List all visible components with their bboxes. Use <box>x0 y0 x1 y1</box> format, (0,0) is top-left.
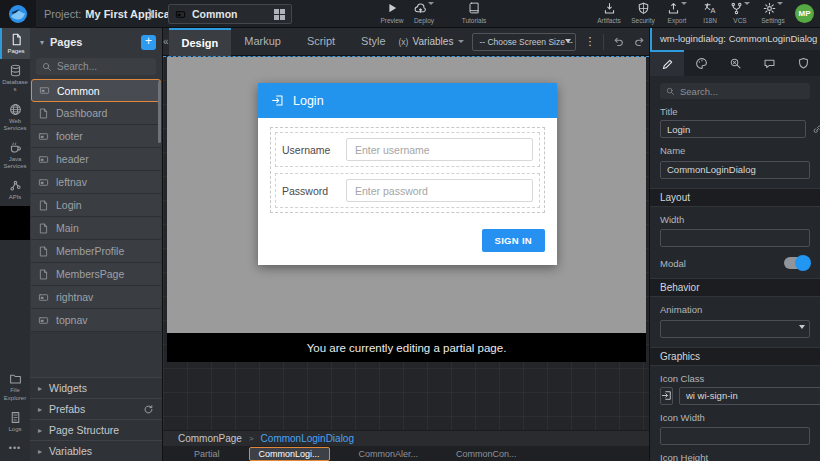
pages-panel-sections: ▸ Widgets ▸ Prefabs ▸ Page Structure ▸ V… <box>30 377 162 461</box>
page-list-item[interactable]: Main <box>31 217 161 240</box>
caret-down-icon <box>565 39 571 43</box>
app-logo[interactable] <box>0 0 36 28</box>
caret-down-icon[interactable]: ▾ <box>40 38 44 47</box>
rail-item-file-explorer[interactable]: File Explorer <box>0 367 30 405</box>
page-type-icon <box>38 154 49 165</box>
width-field-label: Width <box>660 214 810 225</box>
user-avatar[interactable]: MP <box>795 4 814 23</box>
tab-properties[interactable] <box>650 50 684 76</box>
page-list-item[interactable]: Login <box>31 194 161 217</box>
canvas-toolbar-right: (x) Variables -- Choose Screen Size -- ⋮… <box>399 33 687 51</box>
canvas-mode-tab[interactable]: Markup <box>231 28 294 56</box>
page-list-item[interactable]: Dashboard <box>31 102 161 125</box>
pages-search[interactable] <box>36 58 156 75</box>
partial-icon <box>175 9 186 20</box>
form-field-row[interactable]: Password <box>275 173 540 208</box>
behavior-section-header[interactable]: Behavior <box>650 278 820 297</box>
settings-button[interactable]: Settings <box>755 2 791 24</box>
icon-width-input[interactable] <box>660 427 810 445</box>
login-dialog[interactable]: Login Username Password <box>258 83 557 265</box>
title-field-input[interactable] <box>660 120 806 138</box>
page-list-item[interactable]: MembersPage <box>31 263 161 286</box>
rail-item-pages[interactable]: Pages <box>0 28 30 59</box>
database-icon <box>1 64 29 77</box>
page-list-item[interactable]: footer <box>31 125 161 148</box>
pages-search-input[interactable] <box>57 61 150 72</box>
section-widgets[interactable]: ▸ Widgets <box>30 377 162 398</box>
tab-styles[interactable] <box>684 50 718 76</box>
graphics-section-header[interactable]: Graphics <box>650 347 820 366</box>
sign-in-button[interactable]: SIGN IN <box>482 229 545 252</box>
page-selector-dropdown[interactable]: Common <box>168 4 292 24</box>
tab-security[interactable] <box>786 50 820 76</box>
tutorials-button[interactable]: Tutorials <box>456 2 492 24</box>
artifact-tab[interactable]: CommonLogi... <box>249 447 330 461</box>
security-button[interactable]: Security <box>627 2 659 24</box>
chevron-right-icon: > <box>249 434 254 443</box>
artifact-tab[interactable]: Partial <box>185 448 229 460</box>
artifact-tab[interactable]: CommonCon... <box>447 448 526 460</box>
variables-button[interactable]: (x) Variables <box>399 36 465 47</box>
form-field-row[interactable]: Username <box>275 132 540 167</box>
scrollbar-thumb[interactable] <box>158 81 161 143</box>
properties-search[interactable] <box>660 83 810 99</box>
animation-select-value[interactable] <box>660 320 810 338</box>
screen-size-dropdown[interactable]: -- Choose Screen Size -- <box>472 33 576 51</box>
page-list-item[interactable]: topnav <box>31 309 161 332</box>
partial-page-notice: You are currently editing a partial page… <box>167 333 646 362</box>
rail-item-logs[interactable]: Logs <box>0 406 30 437</box>
rail-item-databases[interactable]: Databases <box>0 59 30 97</box>
breadcrumb-current[interactable]: CommonLoginDialog <box>261 433 354 444</box>
grid-icon <box>274 9 285 20</box>
add-page-button[interactable]: + <box>141 35 156 50</box>
rail-item-java-services[interactable]: Java Services <box>0 136 30 174</box>
undo-button[interactable] <box>612 35 625 48</box>
icon-class-input[interactable] <box>679 387 820 405</box>
modal-field-label: Modal <box>660 258 686 269</box>
caret-down-icon <box>681 2 687 5</box>
page-list-item[interactable]: rightnav <box>31 286 161 309</box>
name-field-label: Name <box>660 145 810 156</box>
rail-item-apis[interactable]: APIs <box>0 174 30 205</box>
redo-button[interactable] <box>633 35 646 48</box>
name-field-input[interactable] <box>660 161 810 179</box>
animation-select[interactable] <box>660 318 810 338</box>
design-canvas[interactable]: Login Username Password <box>163 56 649 430</box>
refresh-icon[interactable] <box>143 404 154 415</box>
modal-toggle[interactable] <box>784 257 810 269</box>
width-field-input[interactable] <box>660 229 810 247</box>
preview-button[interactable]: Preview <box>374 2 410 24</box>
page-list-item[interactable]: header <box>31 148 161 171</box>
page-list-item[interactable]: leftnav <box>31 171 161 194</box>
i18n-button[interactable]: A I18N <box>695 2 725 24</box>
page-item-label: Login <box>56 199 82 211</box>
field-input[interactable] <box>346 138 533 161</box>
more-vertical-icon[interactable]: ⋮ <box>584 35 595 48</box>
layout-section-header[interactable]: Layout <box>650 188 820 207</box>
more-horizontal-icon[interactable]: ••• <box>0 437 30 461</box>
canvas-mode-tab[interactable]: Script <box>294 28 348 56</box>
tab-devices[interactable] <box>752 50 786 76</box>
artifacts-button[interactable]: Artifacts <box>591 2 627 24</box>
caret-right-icon: ▸ <box>38 447 42 456</box>
canvas-mode-tab[interactable]: Style <box>348 28 398 56</box>
export-button[interactable]: Export <box>659 2 695 24</box>
section-variables[interactable]: ▸ Variables <box>30 440 162 461</box>
page-list-item[interactable]: Common <box>31 79 161 102</box>
vcs-button[interactable]: VCS <box>725 2 755 24</box>
section-page-structure[interactable]: ▸ Page Structure <box>30 419 162 440</box>
artifact-tab[interactable]: CommonAler... <box>350 448 428 460</box>
breadcrumb-parent[interactable]: CommonPage <box>178 433 242 444</box>
field-input[interactable] <box>346 179 533 202</box>
tab-events[interactable] <box>718 50 752 76</box>
section-prefabs[interactable]: ▸ Prefabs <box>30 398 162 419</box>
bind-icon[interactable] <box>812 124 820 135</box>
deploy-button[interactable]: Deploy <box>406 2 442 24</box>
form-container[interactable]: Username Password <box>270 127 545 213</box>
rail-item-web-services[interactable]: Web Services <box>0 98 30 136</box>
properties-search-input[interactable] <box>680 86 804 97</box>
page-list-item[interactable]: MemberProfile <box>31 240 161 263</box>
dialog-header[interactable]: Login <box>258 83 557 118</box>
page-item-label: topnav <box>56 314 88 326</box>
canvas-mode-tab[interactable]: Design <box>169 28 232 56</box>
